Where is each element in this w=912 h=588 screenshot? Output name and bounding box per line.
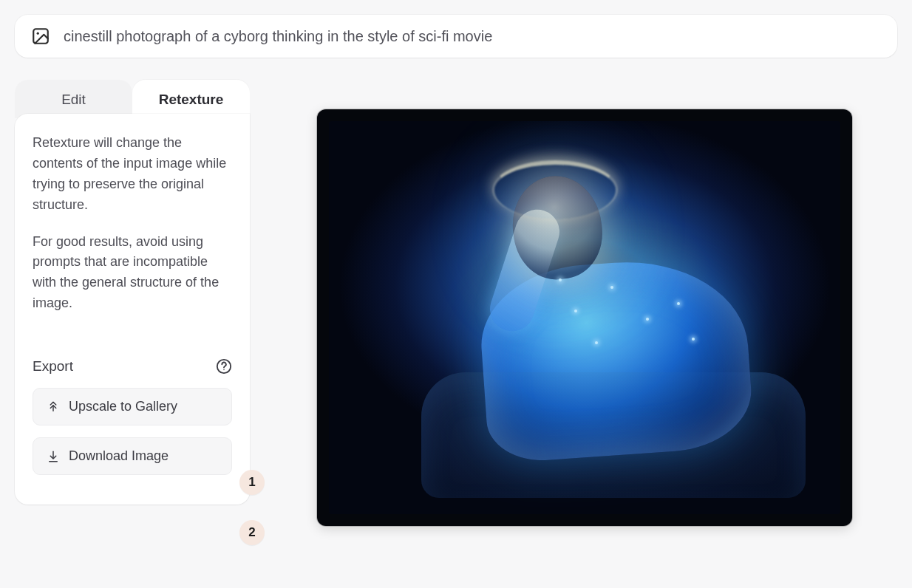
- svg-point-3: [223, 369, 224, 370]
- svg-point-1: [37, 33, 39, 35]
- image-icon: [31, 27, 50, 46]
- preview-frame[interactable]: [317, 109, 852, 526]
- tab-edit[interactable]: Edit: [15, 80, 132, 118]
- download-image-button[interactable]: Download Image: [33, 437, 232, 475]
- tab-retexture[interactable]: Retexture: [132, 80, 250, 118]
- tabs: Edit Retexture: [15, 80, 250, 118]
- export-label: Export: [33, 358, 73, 375]
- download-button-label: Download Image: [69, 448, 169, 464]
- download-icon: [47, 450, 60, 463]
- upscale-button-label: Upscale to Gallery: [69, 399, 177, 414]
- annotation-badge-1: 1: [239, 470, 265, 495]
- panel-body: Retexture will change the contents of th…: [15, 114, 250, 505]
- export-header: Export: [33, 358, 232, 375]
- prompt-bar[interactable]: cinestill photograph of a cyborg thinkin…: [15, 15, 897, 58]
- generated-image: [329, 121, 840, 514]
- retexture-description-2: For good results, avoid using prompts th…: [33, 232, 232, 315]
- prompt-input[interactable]: cinestill photograph of a cyborg thinkin…: [64, 28, 881, 45]
- side-panel: Edit Retexture Retexture will change the…: [15, 80, 250, 505]
- help-icon[interactable]: [216, 358, 232, 375]
- retexture-description-1: Retexture will change the contents of th…: [33, 133, 232, 216]
- annotation-badge-2: 2: [239, 520, 265, 545]
- upscale-icon: [47, 400, 60, 414]
- upscale-to-gallery-button[interactable]: Upscale to Gallery: [33, 388, 232, 425]
- preview-area: [272, 80, 897, 526]
